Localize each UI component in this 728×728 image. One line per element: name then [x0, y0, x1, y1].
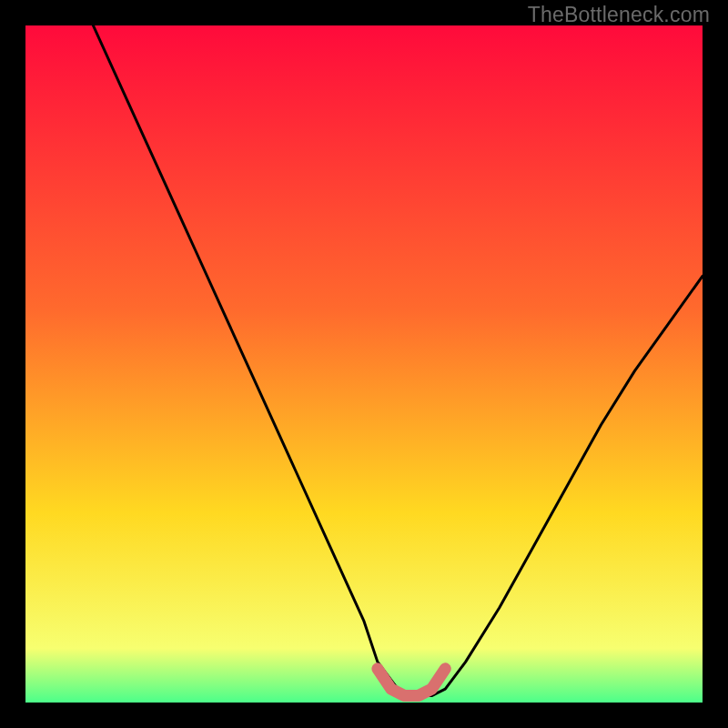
chart-frame: TheBottleneck.com	[0, 0, 728, 728]
plot-area	[25, 25, 703, 703]
watermark-text: TheBottleneck.com	[528, 3, 710, 27]
gradient-background	[25, 25, 703, 703]
chart-svg	[25, 25, 703, 703]
